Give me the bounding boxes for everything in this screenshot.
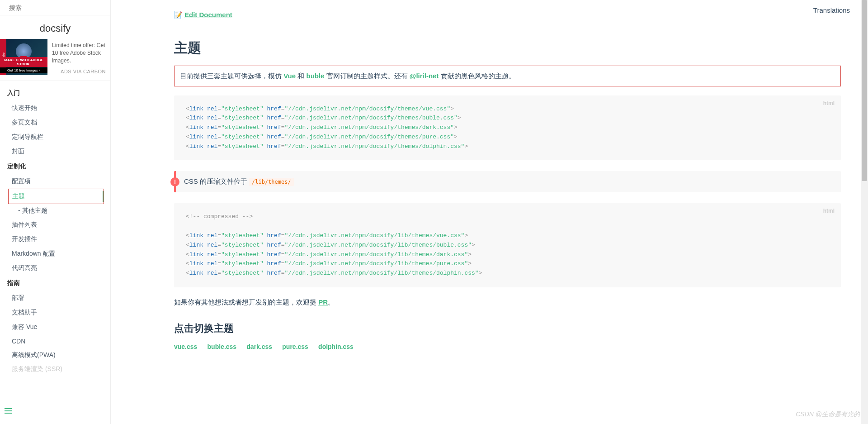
ad-text: Limited time offer: Get 10 free Adobe St… xyxy=(47,39,110,67)
edit-document-link[interactable]: Edit Document xyxy=(184,11,232,19)
nav-config[interactable]: 配置项 xyxy=(0,174,110,189)
nav-cdn[interactable]: CDN xyxy=(0,334,110,348)
theme-link-vue[interactable]: vue.css xyxy=(174,343,197,350)
nav-navbar[interactable]: 定制导航栏 xyxy=(0,130,110,144)
code-block-compressed: html <!-- compressed --> <link rel="styl… xyxy=(174,203,841,287)
carbon-ad[interactable]: Adobe St MAKE IT WITH ADOBE STOCK. Get 1… xyxy=(0,39,110,81)
buble-link[interactable]: buble xyxy=(306,72,324,80)
translations-link[interactable]: Translations xyxy=(813,6,850,14)
code-block-themes: html <link rel="stylesheet" href="//cdn.… xyxy=(174,95,841,161)
nav-cover[interactable]: 封面 xyxy=(0,144,110,159)
tip-code: /lib/themes/ xyxy=(249,178,294,186)
liril-link[interactable]: @liril-net xyxy=(410,72,439,80)
nav-pages[interactable]: 多页文档 xyxy=(0,115,110,130)
nav-write-plugin[interactable]: 开发插件 xyxy=(0,232,110,247)
watermark: CSDN @生命是有光的 xyxy=(796,410,860,419)
theme-link-dolphin[interactable]: dolphin.css xyxy=(318,343,354,350)
page-title: 主题 xyxy=(174,39,841,57)
nav-deploy[interactable]: 部署 xyxy=(0,291,110,305)
nav-other-themes[interactable]: - 其他主题 xyxy=(0,204,110,218)
pencil-icon: 📝 xyxy=(174,11,183,19)
hamburger-icon[interactable] xyxy=(5,407,12,415)
vue-link[interactable]: Vue xyxy=(283,72,296,80)
app-name[interactable]: docsify xyxy=(0,15,110,39)
intro-paragraph: 目前提供三套主题可供选择，模仿 Vue 和 buble 官网订制的主题样式。还有… xyxy=(174,66,841,86)
theme-link-pure[interactable]: pure.css xyxy=(282,343,308,350)
scrollbar[interactable] xyxy=(861,0,868,424)
pr-link[interactable]: PR xyxy=(318,298,328,306)
code-lang-label: html xyxy=(823,99,835,108)
search-input[interactable] xyxy=(9,4,101,11)
theme-link-buble[interactable]: buble.css xyxy=(208,343,237,350)
nav-vue[interactable]: 兼容 Vue xyxy=(0,320,110,334)
theme-links: vue.css buble.css dark.css pure.css dolp… xyxy=(174,343,841,350)
nav-quickstart[interactable]: 快速开始 xyxy=(0,101,110,115)
search-box xyxy=(0,0,110,15)
nav-section-custom: 定制化 xyxy=(0,159,110,174)
sidebar-nav: 入门 快速开始 多页文档 定制导航栏 封面 定制化 配置项 主题 - 其他主题 … xyxy=(0,81,110,394)
pr-paragraph: 如果你有其他想法或者想开发别的主题，欢迎提 PR。 xyxy=(174,296,841,308)
code-lang-label: html xyxy=(823,207,835,215)
nav-ssr[interactable]: 服务端渲染 (SSR) xyxy=(0,362,110,376)
ad-attribution[interactable]: ADS VIA CARBON xyxy=(47,67,110,76)
main-content: Translations 📝Edit Document 主题 目前提供三套主题可… xyxy=(111,0,868,424)
sidebar: docsify Adobe St MAKE IT WITH ADOBE STOC… xyxy=(0,0,111,424)
nav-highlight[interactable]: 代码高亮 xyxy=(0,261,110,276)
nav-pwa[interactable]: 离线模式(PWA) xyxy=(0,348,110,362)
tip-box: ! CSS 的压缩文件位于/lib/themes/ xyxy=(174,171,841,192)
nav-markdown[interactable]: Markdown 配置 xyxy=(0,247,110,261)
scrollbar-thumb[interactable] xyxy=(862,0,867,181)
nav-plugins[interactable]: 插件列表 xyxy=(0,218,110,232)
ad-image: Adobe St MAKE IT WITH ADOBE STOCK. Get 1… xyxy=(0,39,47,75)
exclamation-icon: ! xyxy=(170,177,179,186)
nav-helpers[interactable]: 文档助手 xyxy=(0,305,110,320)
nav-section-guide: 指南 xyxy=(0,276,110,291)
nav-themes[interactable]: 主题 xyxy=(8,189,104,204)
switch-theme-heading: 点击切换主题 xyxy=(174,322,841,335)
nav-section-intro: 入门 xyxy=(0,86,110,101)
theme-link-dark[interactable]: dark.css xyxy=(246,343,272,350)
